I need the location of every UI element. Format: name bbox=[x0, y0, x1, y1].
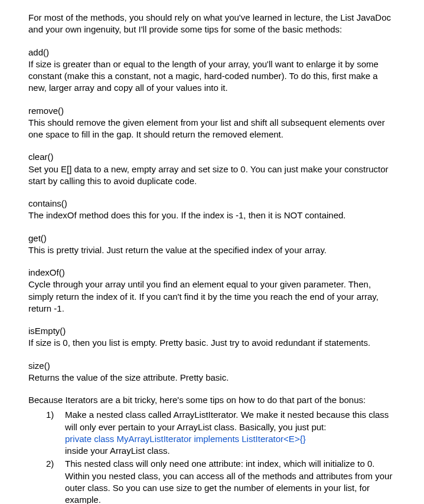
iterator-section: Because Iterators are a bit tricky, here… bbox=[28, 394, 396, 504]
method-desc-get: This is pretty trivial. Just return the … bbox=[28, 245, 327, 255]
method-name-remove: remove() bbox=[28, 105, 396, 117]
method-desc-remove: This should remove the given element fro… bbox=[28, 117, 385, 139]
list-text-after: inside your ArrayList class. bbox=[65, 446, 170, 456]
method-size: size() Returns the value of the size att… bbox=[28, 360, 396, 384]
method-name-clear: clear() bbox=[28, 151, 396, 163]
method-clear: clear() Set you E[] data to a new, empty… bbox=[28, 151, 396, 187]
method-get: get() This is pretty trivial. Just retur… bbox=[28, 233, 396, 257]
method-isempty: isEmpty() If size is 0, then you list is… bbox=[28, 325, 396, 349]
list-item: 1) Make a nested class called ArrayListI… bbox=[46, 409, 396, 457]
method-name-get: get() bbox=[28, 233, 396, 244]
method-name-add: add() bbox=[28, 47, 396, 58]
method-indexof: indexOf() Cycle through your array until… bbox=[28, 267, 396, 315]
method-name-indexof: indexOf() bbox=[28, 267, 396, 279]
code-snippet: private class MyArrayListIterator implem… bbox=[65, 434, 306, 444]
method-remove: remove() This should remove the given el… bbox=[28, 105, 396, 141]
method-add: add() If size is greater than or equal t… bbox=[28, 47, 396, 94]
method-name-size: size() bbox=[28, 360, 396, 372]
method-desc-clear: Set you E[] data to a new, empty array a… bbox=[28, 164, 389, 186]
method-desc-indexof: Cycle through your array until you find … bbox=[28, 279, 379, 313]
method-contains: contains() The indexOf method does this … bbox=[28, 198, 396, 222]
list-num: 1) bbox=[46, 409, 54, 421]
iterator-list: 1) Make a nested class called ArrayListI… bbox=[28, 409, 396, 504]
list-item: 2) This nested class will only need one … bbox=[46, 458, 396, 504]
method-desc-isempty: If size is 0, then you list is empty. Pr… bbox=[28, 338, 370, 348]
intro-paragraph: For most of the methods, you should rely… bbox=[28, 12, 396, 36]
iterator-intro: Because Iterators are a bit tricky, here… bbox=[28, 394, 396, 406]
intro-text: For most of the methods, you should rely… bbox=[28, 12, 396, 36]
list-text: Make a nested class called ArrayListIter… bbox=[65, 410, 389, 431]
method-desc-size: Returns the value of the size attribute.… bbox=[28, 372, 229, 382]
method-name-contains: contains() bbox=[28, 198, 396, 210]
method-desc-contains: The indexOf method does this for you. If… bbox=[28, 210, 346, 220]
list-num: 2) bbox=[46, 458, 54, 470]
method-name-isempty: isEmpty() bbox=[28, 325, 396, 337]
method-desc-add: If size is greater than or equal to the … bbox=[28, 59, 379, 93]
list-text: This nested class will only need one att… bbox=[65, 459, 392, 504]
